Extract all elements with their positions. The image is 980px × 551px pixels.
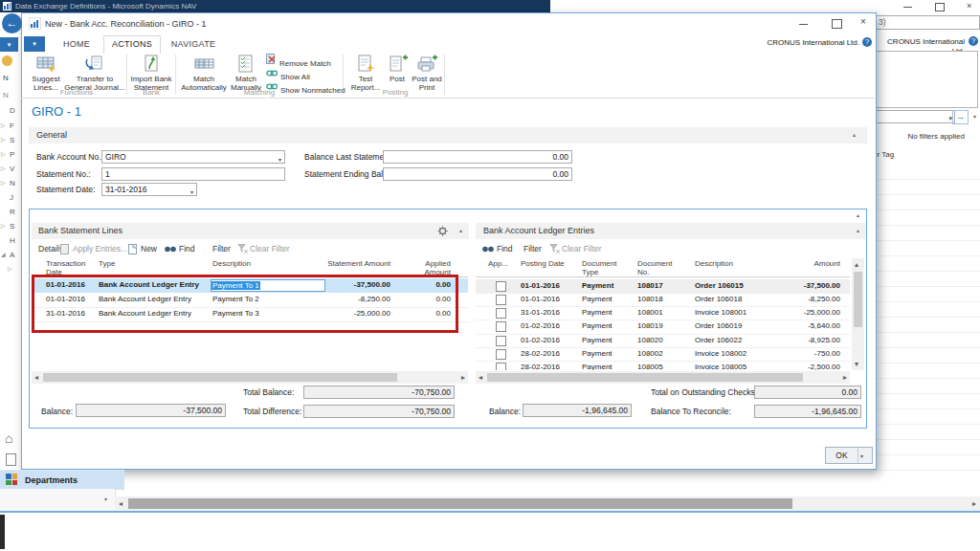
column-header[interactable]: Amount: [783, 259, 840, 268]
statement-no-field[interactable]: 1: [101, 167, 285, 181]
collapse-icon[interactable]: ▴: [459, 228, 462, 233]
ledger-entry-row[interactable]: 01-02-2016 Payment 108019 Order 106019 -…: [476, 320, 850, 335]
scroll-right-icon[interactable]: ▸: [843, 373, 847, 382]
go-filter-icon[interactable]: →: [952, 110, 969, 124]
clipboard-icon[interactable]: [6, 453, 16, 466]
nav-tree-item[interactable]: P: [10, 150, 14, 159]
filter-button[interactable]: Filter: [212, 244, 231, 254]
post-button[interactable]: Post: [385, 54, 410, 83]
scrollbar-thumb[interactable]: [128, 498, 792, 509]
test-report-button[interactable]: Test Report...: [346, 54, 385, 92]
scroll-right-icon[interactable]: ▸: [461, 373, 465, 382]
column-header[interactable]: Document No.: [637, 259, 678, 276]
ledger-entry-row[interactable]: 01-01-2016 Payment 108017 Order 106015 -…: [476, 279, 850, 294]
clear-filter-button[interactable]: Clear Filter: [562, 244, 602, 254]
collapse-icon[interactable]: ▴: [857, 212, 859, 218]
find-button[interactable]: Find: [179, 244, 195, 254]
applied-checkbox[interactable]: [496, 295, 506, 305]
tree-collapsed-icon[interactable]: ▷: [1, 122, 6, 129]
chevron-down-icon[interactable]: ▾: [278, 154, 281, 164]
tree-collapsed-icon[interactable]: ▷: [8, 266, 12, 273]
scroll-up-icon[interactable]: ▴: [855, 260, 858, 269]
applied-checkbox[interactable]: [496, 363, 506, 370]
apply-entries-button[interactable]: Apply Entries...: [73, 244, 127, 254]
ledger-entry-row[interactable]: 31-01-2016 Payment 108001 Invoice 108001…: [476, 306, 850, 320]
chevron-down-icon[interactable]: ▾: [104, 496, 107, 502]
applied-checkbox[interactable]: [496, 321, 506, 332]
import-bank-statement-button[interactable]: Import Bank Statement: [128, 54, 174, 92]
tree-expanded-icon[interactable]: ◢: [1, 252, 6, 258]
column-header[interactable]: Type: [99, 259, 115, 268]
maximize-icon[interactable]: [832, 19, 842, 29]
ledger-entry-row[interactable]: 01-01-2016 Payment 108018 Order 106018 -…: [476, 293, 850, 307]
collapse-icon[interactable]: ▴: [857, 228, 859, 233]
back-button[interactable]: ←: [2, 13, 22, 33]
post-and-print-button[interactable]: Post and Print: [410, 54, 444, 92]
column-header[interactable]: Document Type: [582, 259, 622, 276]
nav-tree-item[interactable]: H: [10, 236, 15, 245]
collapse-icon[interactable]: ▴: [853, 132, 856, 138]
column-header[interactable]: Statement Amount: [323, 259, 390, 268]
nav-tree-item[interactable]: F: [10, 121, 14, 130]
find-button[interactable]: Find: [497, 244, 513, 254]
close-icon[interactable]: ×: [967, 1, 971, 11]
ledger-entry-row[interactable]: 01-02-2016 Payment 108020 Order 106022 -…: [476, 334, 850, 348]
applied-checkbox[interactable]: [496, 349, 506, 360]
background-menu-button[interactable]: ▾: [0, 37, 18, 52]
show-all-button[interactable]: Show All: [266, 66, 310, 77]
ledger-vertical-scrollbar[interactable]: ▴ ▾: [852, 258, 864, 370]
scrollbar-thumb[interactable]: [854, 272, 862, 327]
help-icon[interactable]: ?: [862, 37, 872, 47]
sidebar-item-departments[interactable]: Departments: [0, 470, 124, 490]
scrollbar-thumb[interactable]: [43, 373, 397, 382]
general-section-header[interactable]: General ▴: [29, 127, 867, 143]
nav-tree-item[interactable]: S: [10, 222, 14, 231]
tree-collapsed-icon[interactable]: ▷: [1, 137, 6, 143]
tree-collapsed-icon[interactable]: ▷: [1, 180, 6, 187]
match-automatically-button[interactable]: Match Automatically: [178, 54, 230, 92]
ok-button[interactable]: OK ▾: [825, 447, 873, 464]
column-header[interactable]: Description: [212, 259, 251, 268]
ledger-entries-header[interactable]: Bank Account Ledger Entries ▴: [476, 223, 866, 239]
tree-collapsed-icon[interactable]: ▷: [1, 151, 6, 158]
statement-ending-balance-field[interactable]: 0.00: [383, 167, 572, 181]
statement-lines-header[interactable]: Bank Statement Lines ▴: [32, 223, 469, 239]
maximize-icon[interactable]: [935, 3, 945, 11]
clear-filter-button[interactable]: Clear Filter: [250, 244, 290, 254]
chevron-down-icon[interactable]: ▾: [860, 452, 863, 459]
nav-tree-item[interactable]: J: [10, 193, 13, 202]
filter-button[interactable]: Filter: [523, 244, 542, 254]
balance-last-statement-field[interactable]: 0.00: [383, 150, 572, 164]
statement-horizontal-scrollbar[interactable]: ◂ ▸: [32, 371, 468, 384]
applied-checkbox[interactable]: [496, 308, 506, 319]
scrollbar-thumb[interactable]: [487, 373, 803, 382]
tab-actions[interactable]: ACTIONS: [103, 35, 161, 54]
scroll-down-icon[interactable]: ▾: [855, 360, 858, 368]
ledger-entry-row[interactable]: 28-02-2016 Payment 108002 Invoice 108002…: [476, 347, 850, 362]
filter-column-select[interactable]: ▾: [875, 110, 955, 123]
scroll-left-icon[interactable]: ◂: [479, 373, 482, 382]
column-header[interactable]: Posting Date: [521, 259, 565, 268]
close-icon[interactable]: ×: [860, 16, 866, 27]
dialog-menu-button[interactable]: ▾: [24, 36, 45, 52]
help-icon[interactable]: ?: [969, 36, 978, 46]
scroll-right-icon[interactable]: ▸: [972, 499, 976, 508]
statement-date-field[interactable]: 31-01-2016 ▾: [101, 183, 197, 196]
tab-navigate[interactable]: NAVIGATE: [163, 36, 224, 53]
column-header[interactable]: Description: [695, 259, 733, 268]
ledger-entry-row[interactable]: 28-02-2016 Payment 108005 Invoice 108005…: [476, 361, 850, 370]
nav-tree-item[interactable]: N: [10, 179, 15, 187]
nav-tree-item[interactable]: R: [10, 208, 15, 216]
remove-match-button[interactable]: Remove Match: [266, 53, 331, 64]
chevron-down-icon[interactable]: ▾: [973, 114, 976, 120]
column-header[interactable]: App...: [488, 259, 508, 268]
match-manually-button[interactable]: Match Manually: [226, 54, 266, 92]
transfer-to-general-journal-button[interactable]: Transfer to General Journal...: [63, 54, 126, 92]
scroll-left-icon[interactable]: ◂: [34, 373, 38, 382]
gear-icon[interactable]: [437, 226, 448, 236]
minimize-icon[interactable]: [799, 24, 808, 25]
tab-home[interactable]: HOME: [54, 36, 100, 53]
nav-tree-item[interactable]: A: [10, 251, 14, 259]
tree-collapsed-icon[interactable]: ▷: [1, 223, 6, 230]
nav-tree-item[interactable]: S: [10, 136, 14, 144]
